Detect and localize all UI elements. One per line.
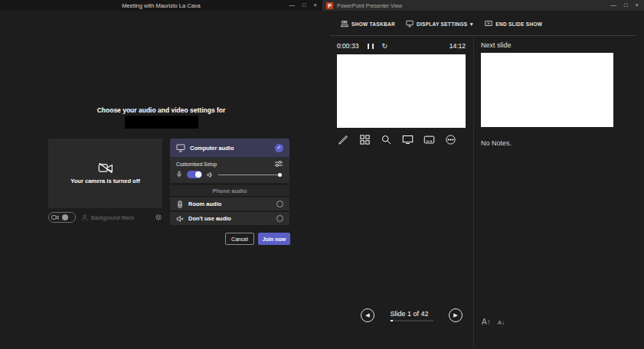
speaker-icon: [207, 171, 214, 178]
dont-use-audio-option[interactable]: Don't use audio: [170, 212, 289, 225]
computer-audio-icon: [176, 144, 185, 152]
equalizer-icon[interactable]: [274, 160, 283, 168]
volume-slider[interactable]: [218, 174, 282, 175]
camera-status-text: Your camera is turned off: [70, 178, 139, 184]
end-slide-show-label: END SLIDE SHOW: [495, 21, 542, 27]
slide-navigation: ◀ Slide 1 of 42 ▶: [361, 308, 463, 322]
teams-titlebar: Meeting with Maurizio La Cava — □ ×: [0, 0, 322, 11]
panel-divider: [473, 37, 474, 349]
increase-font-button[interactable]: A↑: [482, 318, 491, 326]
camera-toggle[interactable]: [48, 212, 76, 223]
volume-slider-handle[interactable]: [278, 173, 282, 177]
black-screen-icon[interactable]: [402, 134, 414, 145]
background-filters-icon: [81, 214, 88, 221]
next-slide-button[interactable]: ▶: [449, 308, 463, 322]
more-options-icon[interactable]: [445, 134, 456, 145]
notes-text: No Notes.: [481, 139, 512, 147]
maximize-button[interactable]: □: [624, 0, 628, 11]
camera-icon: [51, 214, 59, 220]
powerpoint-window-controls: — □ ×: [611, 0, 639, 11]
desktop: Meeting with Maurizio La Cava — □ × Choo…: [0, 0, 644, 349]
room-audio-option[interactable]: Room audio: [170, 197, 289, 210]
meeting-name-redacted: [125, 116, 198, 129]
pause-timer-button[interactable]: [368, 44, 374, 49]
display-settings-label: DISPLAY SETTINGS ▼: [417, 21, 474, 27]
phone-audio-option[interactable]: Phone audio: [170, 185, 289, 196]
slide-progress-fill: [391, 320, 393, 321]
previous-slide-button[interactable]: ◀: [361, 308, 374, 322]
show-taskbar-label: SHOW TASKBAR: [351, 21, 395, 27]
teams-window-title: Meeting with Maurizio La Cava: [122, 2, 201, 9]
next-slide-preview: [481, 53, 613, 127]
teams-window-controls: — □ ×: [289, 0, 317, 11]
background-filters-label[interactable]: Background filters: [91, 215, 134, 220]
cancel-button[interactable]: Cancel: [225, 233, 254, 245]
room-audio-icon: [176, 201, 184, 208]
close-button[interactable]: ×: [314, 0, 317, 11]
timer-row: 0:00:33 ↻ 14:12: [337, 42, 466, 50]
current-time: 14:12: [449, 42, 466, 50]
decrease-font-button[interactable]: A↓: [498, 319, 505, 326]
audio-options-panel: Computer audio ✓ Customised Setup: [170, 139, 289, 227]
audio-video-settings-heading: Choose your audio and video settings for: [0, 106, 322, 114]
dont-use-audio-label: Don't use audio: [188, 215, 231, 222]
camera-off-icon: [98, 162, 113, 174]
pen-tool-icon[interactable]: [338, 134, 349, 145]
maximize-button[interactable]: □: [302, 0, 306, 11]
end-show-icon: [485, 20, 492, 28]
current-slide-preview: [337, 54, 466, 128]
subtitles-icon[interactable]: [423, 134, 435, 145]
room-audio-radio[interactable]: [276, 201, 283, 207]
zoom-slide-icon[interactable]: [381, 134, 392, 145]
customised-setup-section: Customised Setup: [170, 157, 289, 183]
camera-toggle-knob: [62, 214, 68, 220]
end-slide-show-button[interactable]: END SLIDE SHOW: [485, 20, 542, 28]
audio-off-icon: [176, 215, 184, 223]
slide-counter: Slide 1 of 42: [391, 310, 429, 318]
camera-controls: Background filters: [48, 211, 162, 223]
microphone-icon: [176, 171, 182, 178]
join-now-button[interactable]: Join now: [258, 233, 290, 245]
close-button[interactable]: ×: [636, 0, 639, 11]
phone-audio-label: Phone audio: [213, 188, 247, 194]
show-taskbar-button[interactable]: SHOW TASKBAR: [341, 20, 395, 28]
powerpoint-titlebar: P PowerPoint Presenter View — □ ×: [322, 0, 644, 11]
dont-use-audio-radio[interactable]: [276, 215, 283, 222]
slide-progress-bar: [391, 320, 433, 321]
powerpoint-window-title: PowerPoint Presenter View: [337, 3, 402, 8]
restart-timer-button[interactable]: ↻: [381, 43, 387, 50]
display-icon: [406, 20, 414, 28]
elapsed-time: 0:00:33: [337, 42, 358, 50]
computer-audio-option[interactable]: Computer audio ✓: [170, 139, 289, 157]
minimize-button[interactable]: —: [289, 0, 296, 11]
customised-setup-label: Customised Setup: [176, 161, 217, 167]
room-audio-label: Room audio: [188, 201, 221, 207]
powerpoint-logo-icon: P: [326, 2, 333, 9]
display-settings-button[interactable]: DISPLAY SETTINGS ▼: [406, 20, 474, 28]
see-all-slides-icon[interactable]: [359, 134, 371, 145]
teams-window: Meeting with Maurizio La Cava — □ × Choo…: [0, 0, 322, 349]
microphone-toggle[interactable]: [187, 171, 202, 178]
notes-font-controls: A↑ A↓: [482, 318, 505, 326]
presenter-toolbar: SHOW TASKBAR DISPLAY SETTINGS ▼: [341, 17, 542, 31]
powerpoint-presenter-window: P PowerPoint Presenter View — □ × SHOW T…: [322, 0, 644, 349]
minimize-button[interactable]: —: [611, 0, 617, 11]
device-settings-gear-icon[interactable]: [155, 214, 162, 221]
next-slide-label: Next slide: [481, 41, 512, 49]
toolbar-divider: [330, 35, 636, 36]
camera-preview: Your camera is turned off: [48, 139, 162, 208]
computer-audio-label: Computer audio: [190, 145, 234, 152]
slide-counter-wrap: Slide 1 of 42: [391, 310, 433, 321]
presenter-tools: [338, 134, 456, 145]
taskbar-icon: [341, 20, 348, 28]
selected-check-icon: ✓: [275, 144, 283, 152]
